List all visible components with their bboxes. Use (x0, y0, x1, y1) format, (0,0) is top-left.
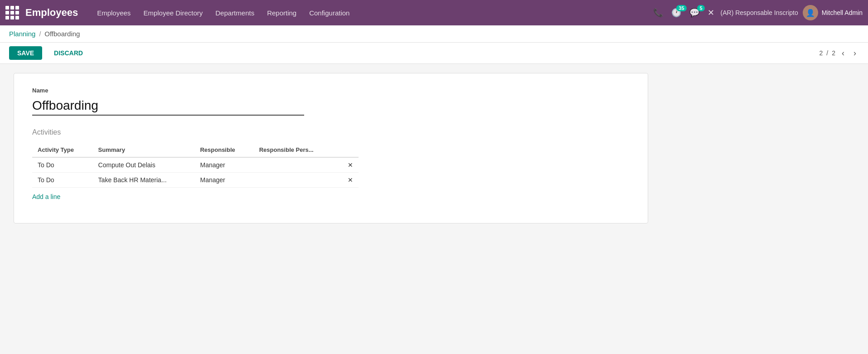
chat-badge-wrap[interactable]: 💬 5 (688, 8, 701, 18)
main-nav: Employees Employee Directory Departments… (92, 6, 651, 19)
name-label: Name (32, 87, 630, 94)
col-activity-type: Activity Type (32, 143, 93, 157)
breadcrumb-separator: / (39, 30, 41, 38)
activities-section-title: Activities (32, 128, 630, 136)
cell-activity-type[interactable]: To Do (32, 157, 93, 173)
cell-responsible-person (254, 173, 338, 188)
navbar: Employees Employees Employee Directory D… (0, 0, 868, 25)
chat-badge: 5 (697, 5, 704, 11)
breadcrumb-parent[interactable]: Planning (9, 30, 35, 38)
cell-activity-type[interactable]: To Do (32, 173, 93, 188)
col-responsible: Responsible (194, 143, 253, 157)
cell-summary[interactable]: Take Back HR Materia... (93, 173, 195, 188)
cell-summary[interactable]: Compute Out Delais (93, 157, 195, 173)
nav-employee-directory[interactable]: Employee Directory (138, 6, 208, 19)
col-summary: Summary (93, 143, 195, 157)
breadcrumb-current: Offboarding (44, 30, 80, 38)
table-row: To Do Take Back HR Materia... Manager ✕ (32, 173, 359, 188)
save-button[interactable]: SAVE (9, 46, 42, 60)
nav-configuration[interactable]: Configuration (304, 6, 355, 19)
pager-total: 2 (832, 49, 835, 57)
clock-badge-wrap[interactable]: 🕐 35 (669, 8, 683, 18)
pager-prev-button[interactable]: ‹ (839, 48, 847, 59)
nav-departments[interactable]: Departments (210, 6, 260, 19)
name-field: Name (32, 87, 630, 116)
table-row: To Do Compute Out Delais Manager ✕ (32, 157, 359, 173)
clock-badge: 35 (676, 5, 686, 11)
col-actions (338, 143, 359, 157)
name-input[interactable] (32, 97, 304, 116)
toolbar: SAVE DISCARD 2 / 2 ‹ › (0, 43, 868, 64)
cell-responsible[interactable]: Manager (194, 173, 253, 188)
col-responsible-person: Responsible Pers... (254, 143, 338, 157)
nav-employees[interactable]: Employees (92, 6, 136, 19)
user-name: Mitchell Admin (822, 9, 863, 16)
row-delete-button[interactable]: ✕ (338, 173, 359, 188)
pager-current: 2 (820, 49, 823, 57)
navbar-right: 📞 🕐 35 💬 5 ✕ (AR) Responsable Inscripto … (651, 5, 863, 20)
discard-button[interactable]: DISCARD (46, 46, 91, 60)
avatar: 👤 (803, 5, 818, 20)
pager-sep: / (826, 49, 828, 57)
row-delete-button[interactable]: ✕ (338, 157, 359, 173)
form-card: Name Activities Activity Type Summary Re… (14, 73, 648, 223)
pager-next-button[interactable]: › (851, 48, 859, 59)
user-menu[interactable]: 👤 Mitchell Admin (803, 5, 863, 20)
app-title: Employees (25, 7, 78, 19)
region-label[interactable]: (AR) Responsable Inscripto (721, 9, 798, 16)
close-icon[interactable]: ✕ (706, 6, 716, 19)
activities-table: Activity Type Summary Responsible Respon… (32, 143, 359, 188)
apps-grid-icon[interactable] (5, 6, 19, 19)
main-content: Name Activities Activity Type Summary Re… (0, 64, 868, 233)
phone-icon[interactable]: 📞 (651, 6, 665, 19)
add-line-button[interactable]: Add a line (32, 193, 60, 200)
breadcrumb: Planning / Offboarding (0, 25, 868, 43)
pager: 2 / 2 ‹ › (820, 48, 859, 59)
cell-responsible-person (254, 157, 338, 173)
nav-reporting[interactable]: Reporting (262, 6, 302, 19)
cell-responsible[interactable]: Manager (194, 157, 253, 173)
table-header-row: Activity Type Summary Responsible Respon… (32, 143, 359, 157)
